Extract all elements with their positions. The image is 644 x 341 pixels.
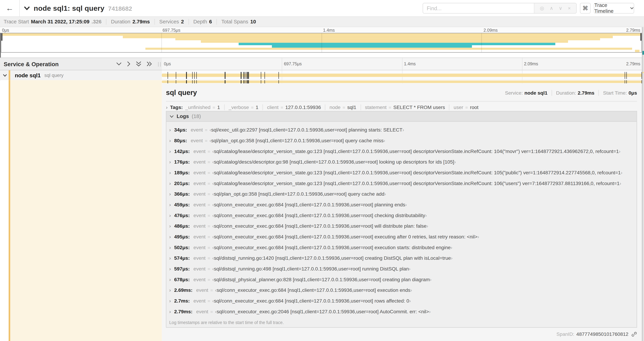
log-entry[interactable]: ›176μs:event=‹sql/catalog/descs/descript… (166, 157, 637, 167)
next-match-icon[interactable]: ∨ (559, 5, 562, 11)
chevron-right-icon[interactable]: › (169, 298, 174, 304)
log-marker-tick (248, 72, 249, 79)
open-quote: ‹ (212, 298, 214, 304)
chevron-right-icon[interactable]: › (169, 245, 174, 250)
view-selector-button[interactable]: Trace Timeline (594, 3, 634, 14)
detail-divider (166, 101, 637, 102)
log-entry[interactable]: ›597μs:event=‹sql/distsql_running.go:498… (166, 263, 637, 274)
log-message: sql/conn_executor_exec.go:684 [nsql1,cli… (214, 234, 478, 240)
chevron-right-icon[interactable]: › (169, 170, 174, 176)
chevron-right-icon[interactable]: › (169, 138, 174, 143)
minimap-canvas[interactable] (1, 33, 642, 52)
timeline-minimap[interactable] (1, 33, 642, 53)
log-entry[interactable]: ›366μs:event=‹sql/plan_opt.go:358 [nsql1… (166, 189, 637, 199)
detail-row-left-column[interactable] (0, 80, 162, 341)
ruler-tick-label: 697.75μs (162, 28, 180, 33)
logs-header[interactable]: Logs (18) (166, 111, 637, 122)
page-scrollbar[interactable] (642, 27, 644, 341)
log-entry[interactable]: ›502μs:event=‹sql/conn_executor_exec.go:… (166, 242, 637, 253)
collapse-all-icon[interactable] (136, 61, 141, 67)
chevron-right-icon[interactable]: › (169, 191, 174, 197)
chevron-right-icon[interactable]: › (169, 213, 174, 218)
log-entry[interactable]: ›80μs:event=‹sql/plan_opt.go:358 [nsql1,… (166, 135, 637, 146)
tag-item[interactable]: statement=SELECT * FROM users (360, 105, 449, 110)
log-marker-tick (264, 72, 265, 79)
log-entry[interactable]: ›2.79ms:event=‹sql/conn_executor_exec.go… (166, 306, 637, 317)
chevron-right-icon[interactable]: › (169, 287, 174, 293)
link-icon[interactable] (631, 331, 637, 337)
log-entry[interactable]: ›34μs:event=‹sql/exec_util.go:2297 [nsql… (166, 125, 637, 135)
span-row[interactable]: node sql1 sql query (0, 70, 644, 80)
open-quote: ‹ (212, 266, 214, 272)
chevron-right-icon[interactable]: › (169, 148, 174, 154)
tag-item[interactable]: user=root (449, 105, 482, 110)
chevron-right-icon[interactable]: › (169, 255, 174, 261)
log-event-key: event (194, 170, 206, 176)
log-marker-tick (278, 72, 279, 79)
trace-stat: Total Spans10 (216, 19, 260, 25)
expand-one-icon[interactable] (127, 61, 130, 67)
chevron-right-icon[interactable]: › (169, 309, 174, 314)
chevron-right-icon[interactable]: › (166, 105, 168, 110)
log-entry[interactable]: ›2.7ms:event=‹sql/conn_executor_exec.go:… (166, 296, 637, 306)
log-entry[interactable]: ›189μs:event=‹sql/catalog/lease/descript… (166, 167, 637, 178)
tag-item[interactable]: node=sql1 (325, 105, 360, 110)
minimap-grid-line (161, 33, 162, 52)
log-entry[interactable]: ›142μs:event=‹sql/catalog/lease/descript… (166, 146, 637, 157)
log-event-key: event (191, 127, 203, 133)
chevron-right-icon[interactable]: › (169, 127, 174, 133)
chevron-down-icon[interactable] (3, 74, 7, 77)
detail-span-bar-strip[interactable] (162, 80, 642, 84)
log-event-key: event (194, 202, 206, 208)
open-quote: ‹ (215, 287, 216, 293)
chevron-down-icon[interactable] (24, 6, 30, 11)
clear-search-icon[interactable]: × (568, 5, 571, 11)
minimap-span-bar (123, 36, 613, 38)
tag-item[interactable]: _verbose=1 (224, 105, 262, 110)
chevron-right-icon[interactable]: › (169, 234, 174, 240)
chevron-right-icon[interactable]: › (169, 159, 174, 165)
log-entry[interactable]: ›678μs:event=‹sql/distsql_physical_plann… (166, 274, 637, 285)
equals-sign: = (208, 192, 210, 196)
chevron-right-icon[interactable]: › (169, 202, 174, 208)
chevron-right-icon[interactable]: › (169, 266, 174, 272)
log-entry[interactable]: ›459μs:event=‹sql/conn_executor_exec.go:… (166, 199, 637, 210)
tags-row[interactable]: › Tags: _unfinished=1_verbose=1client=12… (166, 103, 637, 111)
equals-sign: = (210, 309, 213, 314)
log-message: sql/catalog/lease/descriptor_version_sta… (214, 148, 619, 154)
log-message: sql/conn_executor_exec.go:684 [nsql1,cli… (214, 223, 426, 229)
locate-icon[interactable]: ◎ (540, 5, 544, 11)
span-bar-row[interactable] (162, 70, 642, 80)
span-row-label[interactable]: node sql1 sql query (0, 70, 162, 80)
expand-all-icon[interactable] (147, 61, 152, 67)
equals-sign: = (208, 149, 210, 154)
tag-item[interactable]: client=127.0.0.1:59936 (262, 105, 325, 110)
tag-item[interactable]: _unfinished=1 (185, 105, 224, 110)
find-input[interactable] (423, 3, 534, 13)
detail-info-label: Service: (505, 90, 523, 96)
log-entry[interactable]: ›476μs:event=‹sql/conn_executor_exec.go:… (166, 210, 637, 221)
equals-sign: = (208, 202, 210, 207)
prev-match-icon[interactable]: ∧ (550, 5, 553, 11)
log-timestamp: 2.79ms: (174, 309, 192, 314)
collapse-one-icon[interactable] (116, 62, 122, 66)
back-button[interactable]: ← (0, 0, 20, 17)
log-entry[interactable]: ›495μs:event=‹sql/conn_executor_exec.go:… (166, 231, 637, 242)
detail-span-info: Service:node sql1Duration:2.79msStart Ti… (501, 90, 637, 96)
minimap-left-handle[interactable] (1, 33, 2, 41)
logs-list: ›34μs:event=‹sql/exec_util.go:2297 [nsql… (166, 122, 637, 317)
equals-sign: = (208, 213, 210, 218)
chevron-right-icon[interactable]: › (169, 223, 174, 229)
log-entry[interactable]: ›486μs:event=‹sql/conn_executor_exec.go:… (166, 221, 637, 231)
log-entry[interactable]: ›2.69ms:event=‹sql/conn_executor_exec.go… (166, 285, 637, 296)
keyboard-shortcuts-button[interactable]: ⌘ (580, 3, 591, 14)
tag-value: sql1 (347, 105, 356, 110)
ruler-tick-label: 0μs (2, 28, 9, 33)
minimap-right-handle[interactable] (640, 33, 642, 41)
column-resize-grip[interactable] (158, 62, 160, 67)
log-entry[interactable]: ›574μs:event=‹sql/distsql_running.go:142… (166, 253, 637, 263)
chevron-right-icon[interactable]: › (169, 277, 174, 282)
log-entry[interactable]: ›201μs:event=‹sql/catalog/lease/descript… (166, 178, 637, 189)
collapse-controls (116, 58, 152, 70)
chevron-right-icon[interactable]: › (169, 181, 174, 186)
